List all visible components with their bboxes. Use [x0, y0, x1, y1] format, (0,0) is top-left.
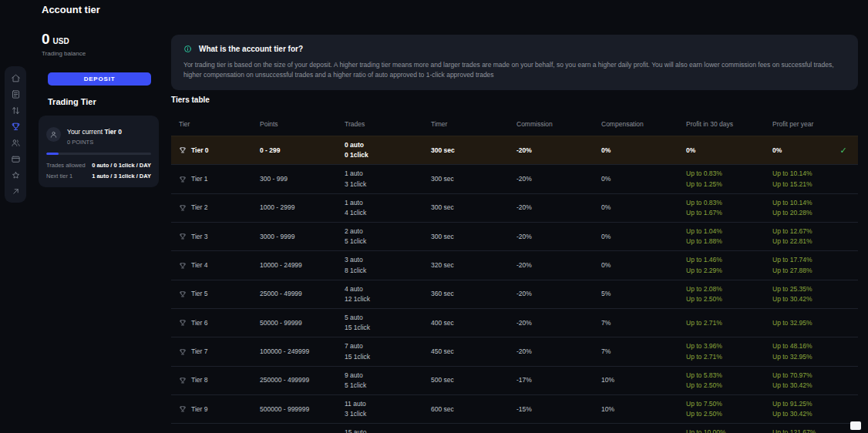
- tier-row[interactable]: Tier 650000 - 999995 auto15 1click400 se…: [171, 308, 858, 337]
- tier-cell: Tier 4: [171, 257, 252, 274]
- tier-row[interactable]: Tier 525000 - 499994 auto12 1click360 se…: [171, 280, 858, 308]
- tier-name: Tier 2: [191, 203, 207, 213]
- tier-row[interactable]: Tier 8250000 - 4999999 auto5 1click500 s…: [171, 366, 858, 394]
- profit-per-year-cell: Up to 10.14%Up to 15.21%: [765, 165, 836, 193]
- profit-per-year-cell: Up to 25.35%Up to 30.42%: [765, 280, 836, 308]
- timer-cell: 650 sec: [423, 429, 509, 433]
- chat-widget-icon[interactable]: [850, 421, 861, 430]
- compensation-cell: 0%: [594, 228, 678, 246]
- timer-cell: 300 sec: [423, 170, 509, 188]
- trades-cell: 0 auto0 1click: [337, 136, 423, 164]
- favorites-star-icon[interactable]: [8, 170, 23, 180]
- tier-row[interactable]: Tier 101000000+15 auto1 1click650 sec-12…: [171, 423, 858, 433]
- tier-row[interactable]: Tier 21000 - 29991 auto4 1click300 sec-2…: [171, 193, 858, 222]
- compensation-cell: 12%: [594, 429, 678, 433]
- profit-per-year-cell: Up to 121.67%Up to 30.42%: [765, 424, 836, 433]
- avatar: [46, 127, 61, 142]
- balance-block: 0 USD Trading balance: [42, 31, 86, 57]
- page-title: Account tier: [42, 4, 100, 15]
- trades-cell: 5 auto15 1click: [337, 309, 423, 337]
- tier-row[interactable]: Tier 1300 - 9991 auto3 1click300 sec-20%…: [171, 164, 858, 193]
- points-cell: 100000 - 249999: [252, 343, 337, 361]
- referrals-icon[interactable]: [8, 137, 23, 148]
- points-cell: 25000 - 49999: [252, 285, 337, 303]
- profit-30-days-cell: Up to 1.04%Up to 1.88%: [678, 223, 765, 250]
- tier-progress-bar: [46, 153, 151, 155]
- profit-per-year-cell: Up to 32.95%: [765, 314, 836, 332]
- trades-cell: 2 auto5 1click: [337, 223, 423, 250]
- tier-cell: Tier 1: [171, 170, 252, 188]
- trades-cell: 1 auto3 1click: [337, 165, 423, 193]
- timer-cell: 500 sec: [423, 371, 509, 389]
- info-banner-body: Yor trading tier is based on the size of…: [183, 60, 846, 80]
- timer-cell: 300 sec: [423, 199, 509, 216]
- current-tier-card: Your current Tier 0 0 POINTS Trades allo…: [39, 116, 159, 187]
- tier-name: Tier 1: [191, 174, 207, 184]
- transfers-icon[interactable]: [8, 105, 23, 116]
- current-points: 0 POINTS: [67, 139, 122, 146]
- balance-caption: Trading balance: [42, 50, 86, 57]
- commission-cell: -17%: [509, 371, 594, 389]
- tier-name: Tier 9: [191, 404, 207, 415]
- tier-row[interactable]: Tier 00 - 2990 auto0 1click300 sec-20%0%…: [171, 136, 858, 164]
- tier-row[interactable]: Tier 9500000 - 99999911 auto3 1click600 …: [171, 394, 858, 423]
- icon-sidebar: [5, 66, 26, 203]
- tier-trophy-icon: [179, 204, 187, 212]
- tier-cell: Tier 5: [171, 285, 252, 303]
- points-cell: 50000 - 99999: [252, 314, 337, 332]
- share-arrow-icon[interactable]: [8, 186, 23, 196]
- trades-allowed-label: Trades allowed: [46, 162, 86, 169]
- timer-cell: 400 sec: [423, 314, 509, 332]
- commission-cell: -12%: [509, 429, 594, 433]
- next-tier-row: Next tier 1 1 auto / 3 1click / DAY: [46, 173, 151, 180]
- tier-row[interactable]: Tier 410000 - 249993 auto8 1click320 sec…: [171, 250, 858, 279]
- profit-30-days-cell: Up to 0.83%Up to 1.25%: [678, 165, 765, 193]
- next-tier-value: 1 auto / 3 1click / DAY: [92, 173, 151, 180]
- points-cell: 500000 - 999999: [252, 401, 337, 418]
- column-header: Points: [252, 120, 337, 128]
- tier-row[interactable]: Tier 33000 - 99992 auto5 1click300 sec-2…: [171, 222, 858, 250]
- profit-per-year-cell: Up to 10.14%Up to 20.28%: [765, 194, 836, 222]
- profit-30-days-cell: Up to 3.96%Up to 2.71%: [678, 337, 765, 365]
- tier-trophy-icon: [179, 319, 187, 327]
- check-icon: ✓: [839, 146, 846, 155]
- tier-row[interactable]: Tier 7100000 - 2499997 auto15 1click450 …: [171, 337, 858, 365]
- commission-cell: -20%: [509, 314, 594, 332]
- tiers-table-heading: Tiers table: [171, 96, 210, 104]
- profit-per-year-cell: Up to 12.67%Up to 22.81%: [765, 223, 836, 250]
- commission-cell: -20%: [509, 228, 594, 246]
- current-tier-value: Tier 0: [104, 128, 122, 136]
- points-cell: 3000 - 9999: [252, 228, 337, 246]
- info-banner-title: What is the account tier for?: [199, 45, 303, 53]
- commission-cell: -15%: [509, 401, 594, 418]
- tier-trophy-icon: [179, 176, 187, 183]
- commission-cell: -20%: [509, 257, 594, 274]
- commission-cell: -20%: [509, 199, 594, 216]
- tier-trophy-icon: [179, 377, 187, 384]
- trades-cell: 9 auto5 1click: [337, 367, 423, 394]
- points-cell: 0 - 299: [252, 142, 337, 159]
- tier-cell: Tier 8: [171, 371, 252, 389]
- balance-amount: 0: [42, 31, 50, 48]
- tier-cell: Tier 10: [171, 429, 252, 433]
- tier-cell: Tier 0: [171, 142, 252, 159]
- deposit-button[interactable]: DEPOSIT: [48, 72, 151, 86]
- commission-cell: -20%: [509, 285, 594, 303]
- trades-cell: 7 auto15 1click: [337, 337, 423, 365]
- column-header: Tier: [171, 120, 252, 128]
- column-header: Compensation: [594, 120, 678, 128]
- profit-30-days-cell: Up to 0.83%Up to 1.67%: [678, 194, 765, 222]
- home-icon[interactable]: [8, 72, 23, 83]
- compensation-cell: 10%: [594, 401, 678, 418]
- wallet-icon[interactable]: [8, 153, 23, 164]
- compensation-cell: 10%: [594, 371, 678, 389]
- trades-cell: 1 auto4 1click: [337, 194, 423, 222]
- profit-30-days-cell: Up to 7.50%Up to 2.50%: [678, 395, 765, 423]
- tier-name: Tier 3: [191, 232, 207, 242]
- tier-cell: Tier 6: [171, 314, 252, 332]
- profit-30-days-cell: Up to 10.00%Up to 2.50%: [678, 424, 765, 433]
- tier-cell: Tier 7: [171, 343, 252, 361]
- trades-cell: 3 auto8 1click: [337, 251, 423, 279]
- news-icon[interactable]: [8, 89, 23, 99]
- account-tier-trophy-icon[interactable]: [8, 121, 23, 132]
